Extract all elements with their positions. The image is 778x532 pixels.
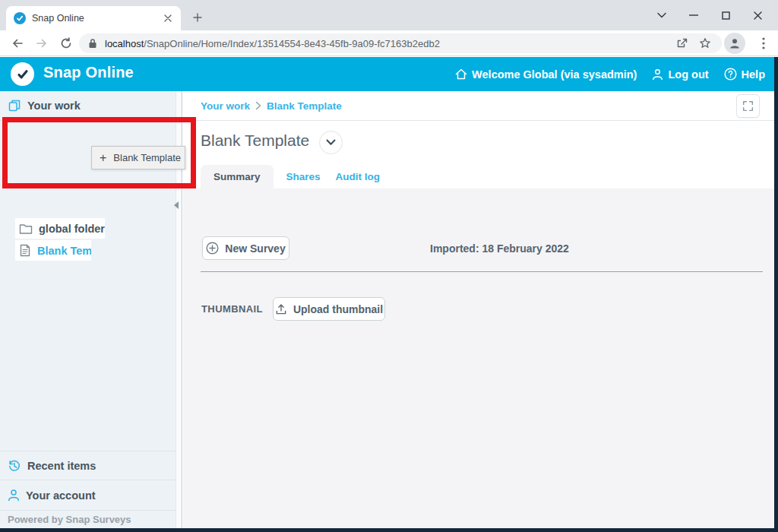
lock-icon xyxy=(88,38,97,49)
url-bar[interactable]: localhost/SnapOnline/Home/Index/13514554… xyxy=(79,33,722,53)
upload-thumbnail-label: Upload thumbnail xyxy=(293,303,383,315)
window-minimize-button[interactable] xyxy=(678,0,710,30)
welcome-label: Welcome Global (via sysadmin) xyxy=(472,68,637,81)
browser-tab[interactable]: Snap Online xyxy=(6,6,181,30)
summary-panel: New Survey Imported: 18 February 2022 TH… xyxy=(183,188,774,528)
tab-title: Snap Online xyxy=(32,13,161,24)
your-work-label: Your work xyxy=(27,100,81,112)
browser-menu-icon[interactable] xyxy=(754,33,773,53)
brand-title: Snap Online xyxy=(43,64,134,81)
breadcrumb-your-work[interactable]: Your work xyxy=(201,100,250,112)
main-content: Your work Blank Template Blank Template … xyxy=(183,91,774,528)
folder-label: global folder xyxy=(39,223,105,235)
desktop-edge-bottom xyxy=(0,528,778,532)
breadcrumb: Your work Blank Template xyxy=(183,91,774,121)
window-controls xyxy=(646,0,773,30)
app-header: Snap Online Welcome Global (via sysadmin… xyxy=(0,57,774,91)
divider xyxy=(201,271,763,272)
new-tab-button[interactable] xyxy=(188,8,207,27)
welcome-link[interactable]: Welcome Global (via sysadmin) xyxy=(455,68,637,81)
tab-audit-log[interactable]: Audit log xyxy=(334,165,382,188)
page-title: Blank Template xyxy=(201,131,309,150)
browser-tab-bar: Snap Online xyxy=(0,0,778,30)
window-chevron-icon[interactable] xyxy=(646,0,678,30)
powered-by: Powered by Snap Surveys xyxy=(0,510,176,528)
drag-ghost-blank-template[interactable]: + Blank Template xyxy=(91,146,185,169)
help-button[interactable]: Help xyxy=(724,68,765,81)
tabs: Summary Shares Audit log xyxy=(201,166,382,188)
browser-toolbar: localhost/SnapOnline/Home/Index/13514554… xyxy=(0,30,778,56)
bookmark-star-icon[interactable] xyxy=(696,34,714,52)
your-account-label: Your account xyxy=(26,489,96,502)
window-close-button[interactable] xyxy=(742,0,773,30)
url-path: /SnapOnline/Home/Index/13514554-8e43-45f… xyxy=(144,38,440,49)
document-icon xyxy=(19,244,31,257)
powered-by-label: Powered by Snap Surveys xyxy=(8,514,131,525)
sidebar-item-your-work[interactable]: Your work xyxy=(0,91,176,121)
upload-icon xyxy=(275,303,287,315)
tab-shares[interactable]: Shares xyxy=(284,165,323,188)
logout-label: Log out xyxy=(668,68,708,81)
person-icon xyxy=(8,489,20,502)
screen: Snap Online xyxy=(0,0,778,532)
sidebar-item-blank-template[interactable]: Blank Temp xyxy=(15,240,91,261)
imported-date: Imported: 18 February 2022 xyxy=(430,242,569,255)
folder-icon xyxy=(19,223,33,235)
app-header-actions: Welcome Global (via sysadmin) Log out He… xyxy=(455,57,765,91)
logout-person-icon xyxy=(652,68,663,81)
desktop-edge-right xyxy=(774,57,778,532)
tab-summary[interactable]: Summary xyxy=(201,165,274,188)
fullscreen-button[interactable] xyxy=(736,94,760,118)
logout-button[interactable]: Log out xyxy=(652,68,708,81)
new-survey-label: New Survey xyxy=(225,242,285,255)
url-text: localhost/SnapOnline/Home/Index/13514554… xyxy=(105,38,669,49)
back-button[interactable] xyxy=(8,33,27,53)
plus-circle-icon xyxy=(206,242,219,255)
sidebar-collapse-handle[interactable] xyxy=(174,201,179,209)
plus-icon: + xyxy=(100,152,106,164)
chevron-right-icon xyxy=(255,101,261,110)
sidebar-item-your-account[interactable]: Your account xyxy=(0,480,176,510)
snap-logo-icon xyxy=(11,62,34,86)
help-label: Help xyxy=(742,68,765,81)
profile-avatar[interactable] xyxy=(724,33,745,54)
thumbnail-label: THUMBNAIL xyxy=(201,303,263,315)
recent-items-label: Recent items xyxy=(27,460,96,472)
help-icon xyxy=(724,68,737,81)
favicon-icon xyxy=(14,12,26,24)
template-label: Blank Temp xyxy=(37,245,91,257)
pages-icon xyxy=(8,99,21,112)
title-dropdown-button[interactable] xyxy=(319,131,343,154)
sidebar-item-recent-items[interactable]: Recent items xyxy=(0,451,176,480)
upload-thumbnail-button[interactable]: Upload thumbnail xyxy=(273,297,385,321)
home-icon xyxy=(455,68,467,80)
history-icon xyxy=(8,459,21,473)
drag-ghost-label: Blank Template xyxy=(113,152,181,163)
new-survey-button[interactable]: New Survey xyxy=(202,236,289,260)
reload-button[interactable] xyxy=(56,33,76,53)
share-icon[interactable] xyxy=(673,34,691,52)
url-host: localhost xyxy=(105,38,144,49)
forward-button[interactable] xyxy=(32,33,52,53)
window-maximize-button[interactable] xyxy=(710,0,742,30)
tab-close-icon[interactable] xyxy=(161,11,175,25)
breadcrumb-blank-template[interactable]: Blank Template xyxy=(267,100,342,112)
sidebar-item-global-folder[interactable]: global folder xyxy=(15,218,105,239)
